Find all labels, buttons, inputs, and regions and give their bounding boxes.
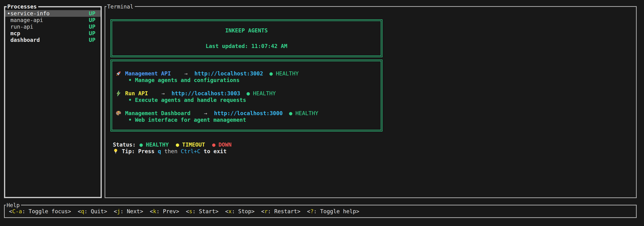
process-status-badge: UP — [89, 17, 95, 24]
help-label: Toggle help — [320, 208, 356, 214]
help-label: Restart — [274, 208, 297, 214]
help-item-stop: <x: Stop> — [225, 208, 255, 215]
tip-prefix: Tip: Press — [122, 148, 154, 154]
bracket: < — [261, 208, 264, 214]
healthy-dot-icon: ● — [247, 90, 250, 96]
bracket: > — [297, 208, 300, 214]
process-row-run-api[interactable]: run-api UP — [5, 24, 100, 30]
timeout-dot-icon: ● — [176, 142, 179, 148]
help-key: j — [117, 208, 120, 214]
process-status-badge: UP — [89, 37, 95, 43]
service-health-status: HEALTHY — [253, 90, 276, 96]
arrow-icon: → — [204, 110, 207, 116]
bracket: > — [215, 208, 218, 214]
process-status-badge: UP — [89, 24, 95, 30]
process-status-badge: UP — [89, 30, 95, 37]
last-updated-text: Last updated: 11:07:42 AM — [112, 43, 381, 49]
arrow-icon: → — [162, 90, 165, 96]
help-item-start: <s: Start> — [186, 208, 218, 215]
banner-title: INKEEP AGENTS — [112, 27, 381, 34]
service-name: Management Dashboard — [125, 110, 190, 116]
bracket: < — [78, 208, 81, 214]
process-name: service-info — [10, 10, 50, 17]
service-url[interactable]: http://localhost:3003 — [172, 90, 240, 96]
lightbulb-icon — [113, 148, 118, 154]
tip-line: Tip: PressqthenCtrl+Cto exit — [113, 148, 227, 155]
help-item-toggle-focus: <C-a: Toggle focus> — [9, 208, 71, 215]
help-item-prev: <k: Prev> — [150, 208, 179, 215]
legend-entry-timeout: ●TIMEOUT — [176, 142, 205, 148]
separator: : — [232, 208, 238, 214]
help-label: Start — [199, 208, 215, 214]
legend-entry-healthy: ●HEALTHY — [140, 142, 169, 148]
separator: : — [84, 208, 91, 214]
palette-icon — [116, 110, 122, 116]
separator: : — [22, 208, 28, 214]
banner-box: INKEEP AGENTS Last updated: 11:07:42 AM — [110, 19, 382, 57]
bracket: < — [150, 208, 153, 214]
help-item-toggle-help: <?: Toggle help> — [307, 208, 360, 215]
spacer — [116, 103, 381, 110]
separator: : — [314, 208, 320, 214]
help-label: Toggle focus — [28, 208, 68, 214]
terminal-panel-title: Terminal — [106, 3, 135, 10]
lightning-icon — [116, 90, 122, 96]
healthy-dot-icon: ● — [140, 142, 143, 148]
service-url[interactable]: http://localhost:3002 — [194, 70, 263, 77]
healthy-dot-icon: ● — [270, 70, 273, 77]
separator: : — [120, 208, 127, 214]
bracket: < — [225, 208, 228, 214]
help-panel: Help <C-a: Toggle focus> <q: Quit> <j: N… — [4, 205, 637, 218]
bracket: < — [307, 208, 310, 214]
help-key: C-a — [12, 208, 22, 214]
process-name: run-api — [10, 24, 33, 30]
process-row-mcp[interactable]: mcp UP — [5, 30, 100, 37]
help-item-next: <j: Next> — [114, 208, 143, 215]
bracket: > — [104, 208, 107, 214]
service-description: • Web interface for agent management — [116, 117, 381, 123]
service-url[interactable]: http://localhost:3000 — [214, 110, 283, 116]
service-name: Management API — [125, 70, 171, 77]
process-row-dashboard[interactable]: dashboard UP — [5, 37, 100, 43]
service-description: • Manage agents and configurations — [116, 77, 381, 83]
rocket-icon — [116, 70, 122, 77]
process-name: dashboard — [10, 37, 40, 43]
bracket: > — [356, 208, 359, 214]
down-dot-icon: ● — [212, 142, 216, 148]
help-label: Stop — [238, 208, 251, 214]
process-name: mcp — [10, 30, 20, 37]
arrow-icon: → — [184, 70, 188, 77]
service-health-status: HEALTHY — [295, 110, 318, 116]
processes-panel: Processes • service-info UP manage-api U… — [4, 6, 102, 198]
bracket: < — [114, 208, 117, 214]
legend-timeout-label: TIMEOUT — [182, 142, 205, 148]
help-item-restart: <r: Restart> — [261, 208, 300, 215]
help-key: q — [81, 208, 84, 214]
status-legend-label: Status: — [113, 142, 136, 148]
help-label: Quit — [91, 208, 104, 214]
service-row-management-api: Management API→http://localhost:3002●HEA… — [116, 70, 381, 77]
process-list: • service-info UP manage-api UP run-api … — [5, 7, 100, 43]
help-key: x — [228, 208, 232, 214]
terminal-panel[interactable]: Terminal INKEEP AGENTS Last updated: 11:… — [104, 6, 637, 198]
bracket: > — [68, 208, 71, 214]
process-row-service-info[interactable]: • service-info UP — [5, 10, 100, 17]
help-key: k — [153, 208, 156, 214]
help-item-quit: <q: Quit> — [78, 208, 107, 215]
mprocs-app: Processes • service-info UP manage-api U… — [0, 0, 644, 226]
service-health-status: HEALTHY — [276, 70, 299, 77]
tip-middle: then — [164, 148, 177, 154]
bracket: > — [140, 208, 143, 214]
bracket: > — [176, 208, 179, 214]
legend-healthy-label: HEALTHY — [146, 142, 169, 148]
separator: : — [192, 208, 199, 214]
tip-suffix: to exit — [204, 148, 227, 154]
separator: : — [268, 208, 274, 214]
service-row-management-dashboard: Management Dashboard→http://localhost:30… — [116, 110, 381, 117]
status-legend: Status:●HEALTHY●TIMEOUT●DOWN — [113, 141, 232, 148]
service-description: • Execute agents and handle requests — [116, 97, 381, 103]
process-row-manage-api[interactable]: manage-api UP — [5, 17, 100, 24]
tip-key-ctrl-c: Ctrl+C — [181, 148, 200, 154]
separator: : — [156, 208, 163, 214]
process-name: manage-api — [10, 17, 43, 24]
